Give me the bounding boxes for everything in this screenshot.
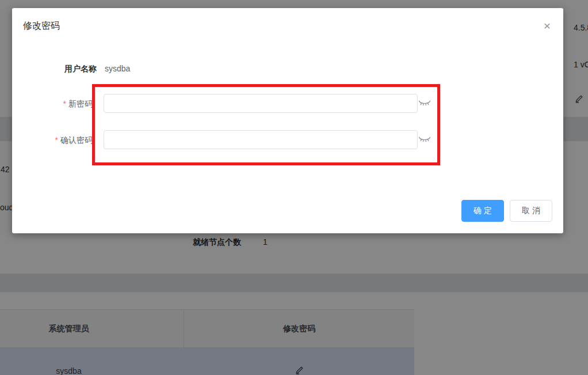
cancel-button[interactable]: 取 消 [510,200,552,222]
change-password-dialog: 修改密码 × 用户名称 sysdba *新密码 *确认密码 [12,8,563,233]
eye-closed-icon[interactable] [419,135,430,143]
new-password-label: *新密码 [12,99,93,109]
confirm-button[interactable]: 确 定 [461,200,504,222]
close-icon[interactable]: × [541,17,553,34]
username-label: 用户名称 [12,64,97,74]
required-asterisk: * [55,135,58,145]
username-value: sysdba [105,64,130,73]
confirm-password-input[interactable] [104,130,418,149]
required-asterisk: * [63,99,66,108]
confirm-password-label: *确认密码 [12,135,93,146]
dialog-title: 修改密码 [23,20,60,32]
eye-closed-icon[interactable] [419,99,430,107]
new-password-input[interactable] [104,94,418,113]
